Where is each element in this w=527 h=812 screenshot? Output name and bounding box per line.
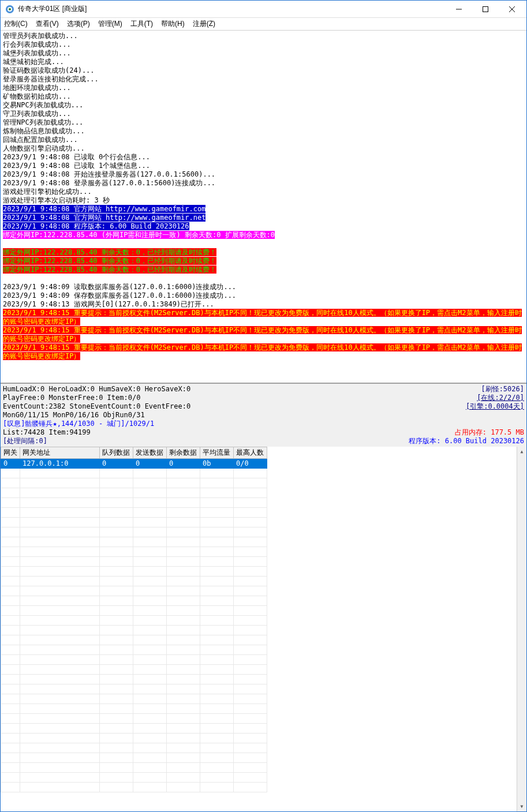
table-cell [234, 547, 267, 557]
table-row[interactable] [1, 596, 267, 606]
table-row[interactable] [1, 488, 267, 498]
log-line: 城堡列表加载成功... [3, 49, 524, 58]
minimize-button[interactable] [446, 1, 472, 18]
table-cell: 0b [200, 459, 234, 469]
table-cell [20, 547, 100, 557]
table-row[interactable] [1, 753, 267, 763]
table-cell [100, 547, 133, 557]
table-cell [167, 763, 200, 773]
col-avg[interactable]: 平均流量 [200, 447, 234, 459]
col-address[interactable]: 网关地址 [20, 447, 100, 459]
table-row[interactable] [1, 626, 267, 635]
table-cell [1, 743, 20, 753]
table-cell [200, 488, 234, 498]
table-row[interactable] [1, 577, 267, 586]
status-playfree: PlayFree:0 MonsterFree:0 Item:0/0 [3, 394, 140, 402]
table-row[interactable] [1, 763, 267, 773]
table-row[interactable] [1, 773, 267, 783]
table-cell [234, 753, 267, 763]
table-cell [200, 557, 234, 567]
table-cell [20, 478, 100, 488]
table-row[interactable] [1, 655, 267, 665]
table-row[interactable] [1, 783, 267, 792]
table-cell [1, 635, 20, 645]
table-cell [234, 478, 267, 488]
table-row[interactable] [1, 694, 267, 704]
table-cell [133, 469, 167, 478]
table-cell [234, 704, 267, 714]
table-row[interactable] [1, 675, 267, 684]
table-row[interactable] [1, 518, 267, 527]
table-row[interactable] [1, 537, 267, 547]
table-row[interactable] [1, 665, 267, 675]
table-cell [20, 577, 100, 586]
table-row[interactable] [1, 616, 267, 626]
table-row[interactable] [1, 743, 267, 753]
gateway-table[interactable]: 网关 网关地址 队列数据 发送数据 剩余数据 平均流量 最高人数 0127.0.… [1, 447, 267, 792]
table-cell [20, 498, 100, 508]
table-cell [1, 684, 20, 694]
table-scrollbar[interactable]: ▲ ▼ [517, 447, 526, 811]
table-row[interactable] [1, 606, 267, 616]
table-cell [100, 488, 133, 498]
log-line: 2023/9/1 9:48:15 重要提示：当前授权文件(M2Server.DB… [3, 343, 524, 361]
scroll-up-icon[interactable]: ▲ [517, 447, 526, 456]
titlebar: 传奇大学01区 [商业版] [1, 1, 526, 18]
maximize-button[interactable] [472, 1, 499, 18]
table-cell [133, 783, 167, 792]
table-row[interactable] [1, 469, 267, 478]
table-cell [234, 557, 267, 567]
table-cell [167, 655, 200, 665]
table-row[interactable] [1, 557, 267, 567]
menu-manage[interactable]: 管理(M) [98, 19, 122, 29]
log-line: 回城点配置加载成功... [3, 136, 524, 144]
menu-help[interactable]: 帮助(H) [161, 19, 185, 29]
table-cell [20, 773, 100, 783]
menu-register[interactable]: 注册(Z) [193, 19, 215, 29]
table-cell [133, 567, 167, 577]
col-queue[interactable]: 队列数据 [100, 447, 133, 459]
table-row[interactable] [1, 714, 267, 724]
app-icon [5, 5, 14, 14]
log-area[interactable]: 管理员列表加载成功...行会列表加载成功...城堡列表加载成功...城堡城初始完… [1, 31, 526, 383]
menu-tools[interactable]: 工具(T) [130, 19, 153, 29]
table-row[interactable] [1, 724, 267, 734]
table-row[interactable] [1, 567, 267, 577]
table-cell [133, 547, 167, 557]
table-cell [133, 714, 167, 724]
table-row[interactable] [1, 704, 267, 714]
table-row[interactable]: 0127.0.0.1:00000b0/0 [1, 459, 267, 469]
table-row[interactable] [1, 547, 267, 557]
table-cell [167, 577, 200, 586]
status-monster-info: [叹息]骷髅锤兵★,144/1030 - 城门]/1029/1 [3, 420, 524, 428]
status-eventcount: EventCount:2382 StoneEventCount:0 EventF… [3, 402, 190, 411]
close-button[interactable] [499, 1, 525, 18]
menubar: 控制(C) 查看(V) 选项(P) 管理(M) 工具(T) 帮助(H) 注册(Z… [1, 18, 526, 31]
table-row[interactable] [1, 684, 267, 694]
table-cell [167, 527, 200, 537]
col-max[interactable]: 最高人数 [234, 447, 267, 459]
col-remain[interactable]: 剩余数据 [167, 447, 200, 459]
table-cell [1, 478, 20, 488]
log-line: 炼制物品信息加载成功... [3, 127, 524, 136]
table-row[interactable] [1, 635, 267, 645]
table-row[interactable] [1, 498, 267, 508]
table-cell [200, 567, 234, 577]
menu-options[interactable]: 选项(P) [67, 19, 90, 29]
menu-view[interactable]: 查看(V) [36, 19, 59, 29]
table-cell [20, 508, 100, 518]
table-cell [1, 783, 20, 792]
scroll-down-icon[interactable]: ▼ [517, 802, 526, 811]
table-row[interactable] [1, 734, 267, 743]
table-cell [20, 527, 100, 537]
table-row[interactable] [1, 586, 267, 596]
table-cell [1, 537, 20, 547]
menu-control[interactable]: 控制(C) [4, 19, 28, 29]
col-send[interactable]: 发送数据 [133, 447, 167, 459]
table-cell [133, 753, 167, 763]
table-row[interactable] [1, 645, 267, 655]
table-row[interactable] [1, 478, 267, 488]
table-row[interactable] [1, 508, 267, 518]
table-row[interactable] [1, 527, 267, 537]
col-gateway[interactable]: 网关 [1, 447, 20, 459]
